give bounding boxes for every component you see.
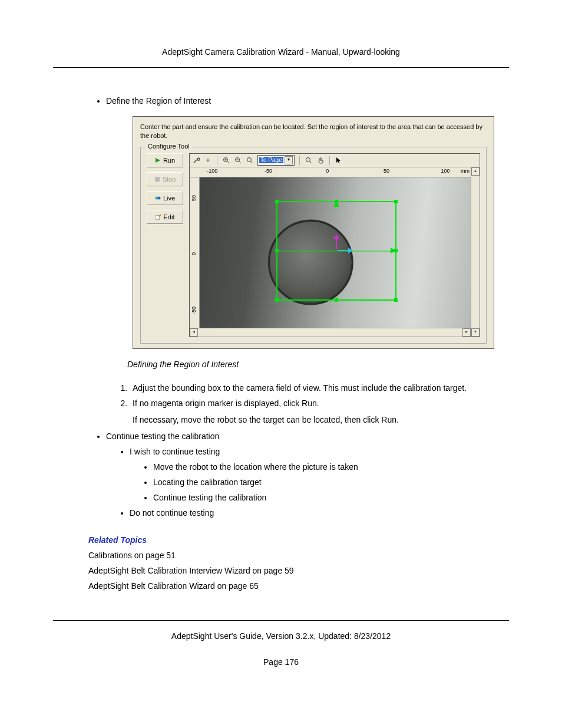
bullet-continue-text: Continue testing the calibration <box>106 431 219 441</box>
roi-handle[interactable] <box>394 298 398 302</box>
sub-wish-text: I wish to continue testing <box>130 447 220 456</box>
live-button[interactable]: Live <box>147 191 183 205</box>
ruler-horizontal: -100 -50 0 50 100 mm <box>190 167 471 177</box>
page-number: Page 176 <box>53 657 509 667</box>
image-viewer: + To Page ▾ <box>189 153 480 337</box>
wizard-panel: Center the part and ensure the calibrati… <box>133 116 494 349</box>
roi-handle[interactable] <box>335 200 338 203</box>
edit-button-label: Edit <box>164 213 175 220</box>
bullet-define-roi: Define the Region of Interest Center the… <box>106 96 509 424</box>
tools-icon[interactable] <box>192 156 200 164</box>
svg-line-11 <box>239 162 241 163</box>
page-header: AdeptSight Camera Calibration Wizard - M… <box>53 47 509 68</box>
scroll-right-icon[interactable]: ▸ <box>462 328 471 337</box>
roi-handle[interactable] <box>275 249 279 252</box>
edit-icon <box>156 214 161 220</box>
tick-label: 50 <box>384 168 389 174</box>
stop-button[interactable]: Stop <box>147 172 183 186</box>
crosshair-icon[interactable]: + <box>204 156 212 164</box>
steps-list: Adjust the bounding box to the camera fi… <box>106 383 509 424</box>
ruler-vertical: 50 0 -50 <box>190 177 200 328</box>
zoom-in-icon[interactable] <box>222 156 230 164</box>
tick-label: -50 <box>191 307 197 314</box>
ruler-unit: mm <box>461 168 470 174</box>
viewer-toolbar: + To Page ▾ <box>190 154 480 167</box>
page-footer: AdeptSight User's Guide, Version 3.2.x, … <box>53 620 509 641</box>
zoom-fit-icon[interactable] <box>246 156 254 164</box>
live-icon <box>155 195 161 201</box>
stop-icon <box>154 176 160 182</box>
tick-label: -50 <box>265 168 272 174</box>
roi-bounding-box[interactable] <box>276 201 396 301</box>
bullet-continue-testing: Continue testing the calibration I wish … <box>106 431 509 518</box>
svg-line-16 <box>310 162 312 163</box>
magnify-icon[interactable] <box>305 156 313 164</box>
zoom-out-icon[interactable] <box>234 156 242 164</box>
roi-handle[interactable] <box>335 298 338 302</box>
related-link-3[interactable]: AdeptSight Belt Calibration Wizard on pa… <box>88 581 509 591</box>
svg-point-3 <box>157 196 160 199</box>
related-link-1[interactable]: Calibrations on page 51 <box>88 551 509 560</box>
origin-magenta-axis-icon <box>336 238 337 249</box>
step-2-text: If no magenta origin marker is displayed… <box>133 398 319 408</box>
svg-point-13 <box>247 157 252 162</box>
related-link-2[interactable]: AdeptSight Belt Calibration Interview Wi… <box>88 566 509 575</box>
scrollbar-vertical[interactable]: ▴ ▾ <box>471 167 480 337</box>
tick-label: 0 <box>326 168 329 174</box>
svg-line-5 <box>159 215 161 216</box>
play-icon <box>155 157 161 163</box>
figure-caption: Defining the Region of Interest <box>127 360 509 369</box>
sub-locate-target: Locating the calibration target <box>153 477 509 487</box>
roi-handle[interactable] <box>394 200 398 203</box>
tick-label: 50 <box>191 195 197 201</box>
svg-marker-0 <box>156 158 160 163</box>
chevron-down-icon: ▾ <box>285 156 293 164</box>
fieldset-legend: Configure Tool <box>146 143 192 150</box>
stop-button-label: Stop <box>163 176 176 183</box>
tick-label: 100 <box>441 168 450 174</box>
scroll-left-icon[interactable]: ◂ <box>190 328 198 337</box>
tick-label: -100 <box>207 168 217 174</box>
roi-handle[interactable] <box>275 298 279 302</box>
edit-button[interactable]: Edit <box>147 210 183 224</box>
roi-handle[interactable] <box>394 249 398 252</box>
panel-instruction: Center the part and ensure the calibrati… <box>140 123 487 141</box>
camera-canvas[interactable] <box>200 177 471 328</box>
svg-line-14 <box>251 162 253 163</box>
sub-continue-testing: Continue testing the calibration <box>153 493 509 502</box>
sub-move-robot: Move the robot to the location where the… <box>153 462 509 472</box>
roi-handle[interactable] <box>275 200 279 203</box>
run-button-label: Run <box>163 157 175 164</box>
svg-marker-17 <box>336 157 340 163</box>
scroll-down-icon[interactable]: ▾ <box>471 328 480 337</box>
configure-tool-fieldset: Configure Tool Run Stop <box>140 147 487 344</box>
scrollbar-horizontal[interactable]: ◂ ▸ <box>190 328 471 337</box>
svg-line-7 <box>227 162 229 163</box>
sub-do-not-continue: Do not continue testing <box>130 508 509 518</box>
scroll-up-icon[interactable]: ▴ <box>471 167 480 176</box>
related-topics-heading: Related Topics <box>88 535 509 545</box>
sub-wish-continue: I wish to continue testing Move the robo… <box>130 447 509 502</box>
zoom-select[interactable]: To Page ▾ <box>257 155 295 166</box>
origin-cyan-axis-icon <box>338 250 349 251</box>
step-2: If no magenta origin marker is displayed… <box>130 398 509 424</box>
svg-rect-1 <box>155 177 160 182</box>
step-1: Adjust the bounding box to the camera fi… <box>130 383 509 393</box>
svg-point-15 <box>306 157 310 162</box>
tick-label: 0 <box>191 252 197 255</box>
run-button[interactable]: Run <box>147 153 183 167</box>
pan-icon[interactable] <box>316 156 325 164</box>
pointer-icon[interactable] <box>335 156 343 164</box>
step-2-note: If necessary, move the robot so the targ… <box>133 415 509 424</box>
live-button-label: Live <box>163 195 175 202</box>
zoom-select-value: To Page <box>259 157 283 163</box>
bullet-define-roi-text: Define the Region of Interest <box>106 96 211 106</box>
